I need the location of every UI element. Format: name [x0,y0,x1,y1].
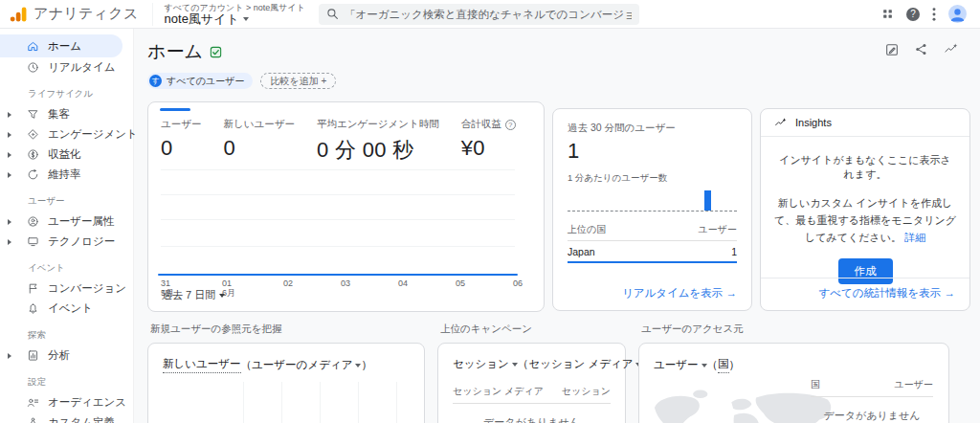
expand-arrow-icon [8,152,11,158]
insights-description: 新しいカスタム インサイトを作成して、最も重視する指標をモニタリングしてみてくだ… [774,197,956,243]
add-comparison-chip[interactable]: 比較を追加 + [260,73,336,89]
no-data-text: データがありません [438,415,625,423]
sidebar-nav: ホーム リアルタイム ライフサイクル 集客 エンゲージメント 収益化 維持率 ユ… [0,29,134,423]
sidebar-item-demographics[interactable]: ユーザー属性 [0,212,133,232]
retention-icon [27,168,40,182]
acquisition-icon [27,108,40,122]
chevron-down-icon [219,294,225,298]
realtime-card: 過去 30 分間のユーザー 1 1 分あたりのユーザー数 上位の国 ユーザー J… [552,108,752,311]
audience-icon [27,396,40,410]
dimension-selector[interactable]: ユーザーのメディア [252,358,361,372]
insights-card: Insights インサイトがまもなくここに表示されます。 新しいカスタム イン… [760,108,970,311]
chevron-down-icon [243,17,249,21]
arrow-right-icon: → [726,287,738,299]
view-realtime-link[interactable]: リアルタイムを表示 → [622,286,737,301]
analytics-logo: アナリティクス [0,5,139,23]
expand-arrow-icon [8,112,11,118]
top-app-bar: アナリティクス すべてのアカウント > note風サイト note風サイト ? [0,0,980,29]
insights-card-title: Insights [795,117,832,128]
audience-chip-icon: す [149,75,162,87]
help-icon[interactable]: ? [906,8,920,21]
avatar[interactable] [948,5,967,23]
sidebar-item-audiences[interactable]: オーディエンス [0,392,133,412]
sidebar-section-lifecycle: ライフサイクル [28,88,133,100]
more-vertical-icon[interactable] [932,8,936,21]
users-per-minute-label: 1 分あたりのユーザー数 [568,172,737,185]
page-title: ホーム [147,39,203,64]
metric-users[interactable]: ユーザー 0 [161,118,202,165]
apps-grid-icon[interactable] [881,8,894,20]
expand-arrow-icon [8,239,11,245]
customize-report-icon[interactable] [884,42,900,61]
insights-icon[interactable] [943,42,959,61]
campaigns-card: セッション （ セッション メディア ） セッション メディア セッション デー… [437,343,626,423]
campaigns-table-header: セッション メディア セッション [453,385,611,404]
user-origin-card: ユーザー （ 国 ） [638,343,949,423]
section-title-user-origin: ユーザーのアクセス元 [641,323,949,336]
no-data-text: データがありません [811,409,933,423]
realtime-users-value: 1 [568,139,737,164]
account-switcher[interactable]: すべてのアカウント > note風サイト note風サイト [152,3,305,26]
app-name: アナリティクス [33,5,139,23]
create-insight-button[interactable]: 作成 [838,258,893,284]
overview-metrics-card: ユーザー 0 新しいユーザー 0 平均エンゲージメント時間 0 分 00 秒 合… [147,101,545,312]
metric-selector[interactable]: 新しいユーザー [163,357,241,373]
origin-table: 国 ユーザー データがありません [811,378,933,423]
minute-bar [704,190,711,211]
sidebar-item-events[interactable]: イベント [0,299,133,319]
realtime-table-header: 上位の国 ユーザー [568,223,737,241]
table-row: Japan 1 [568,241,737,263]
search-bar[interactable] [319,4,639,25]
chart-zero-line [158,274,518,276]
sidebar-item-realtime[interactable]: リアルタイム [0,57,133,78]
metric-avg-engagement-time[interactable]: 平均エンゲージメント時間 0 分 00 秒 [317,118,439,165]
analytics-logo-icon [10,7,27,22]
expand-arrow-icon [8,219,11,225]
arrow-right-icon: → [945,287,956,299]
sidebar-section-user: ユーザー [28,195,133,208]
metric-new-users[interactable]: 新しいユーザー 0 [224,118,295,165]
audience-filter-chip[interactable]: す すべてのユーザー [147,73,253,89]
empty-bar-chart [206,382,418,423]
person-icon [948,5,967,23]
learn-more-link[interactable]: 詳細 [904,232,925,243]
metric-total-revenue[interactable]: 合計収益? ¥0 [461,118,516,165]
insights-message: インサイトがまもなくここに表示されます。 [774,153,956,182]
search-input[interactable] [345,9,632,20]
sidebar-item-engagement[interactable]: エンゲージメント [0,124,133,145]
dimension-selector[interactable]: 国 [718,357,729,373]
flag-icon [27,282,40,296]
date-range-selector[interactable]: 過去 7 日間 [162,288,225,302]
realtime-title: 過去 30 分間のユーザー [568,122,737,135]
account-name: note風サイト [165,12,239,26]
sidebar-item-technology[interactable]: テクノロジー [0,232,133,252]
share-icon[interactable] [914,42,928,61]
sidebar-section-configure: 設定 [28,376,133,389]
analysis-icon [27,349,40,363]
expand-arrow-icon [8,132,11,138]
new-users-card: 新しいユーザー （ ユーザーのメディア ） [147,343,425,423]
sidebar-item-custom-definitions[interactable]: カスタム定義 [0,412,133,423]
section-title-campaigns: 上位のキャンペーン [440,323,626,336]
sidebar-item-monetization[interactable]: 収益化 [0,145,133,165]
active-tab-indicator [160,108,190,111]
country-cell: Japan [568,246,595,257]
expand-arrow-icon [8,353,11,359]
metric-selector[interactable]: セッション [453,357,518,371]
sidebar-item-retention[interactable]: 維持率 [0,165,133,185]
technology-icon [27,235,40,249]
dimension-selector[interactable]: セッション メディア [528,357,641,371]
view-all-insights-link[interactable]: すべての統計情報を表示 → [818,286,955,301]
engagement-icon [27,128,40,142]
users-cell: 1 [731,246,737,257]
help-tooltip-icon[interactable]: ? [505,120,516,130]
bell-icon [27,302,40,316]
sidebar-item-analysis[interactable]: 分析 [0,345,133,366]
monetization-icon [27,148,40,162]
metric-selector[interactable]: ユーザー [654,358,707,372]
sidebar-item-acquisition[interactable]: 集客 [0,104,133,124]
sidebar-item-conversions[interactable]: コンバージョン [0,278,133,299]
sidebar-item-home[interactable]: ホーム [0,34,122,57]
users-per-minute-chart [568,188,737,212]
overview-line-chart [161,169,515,276]
